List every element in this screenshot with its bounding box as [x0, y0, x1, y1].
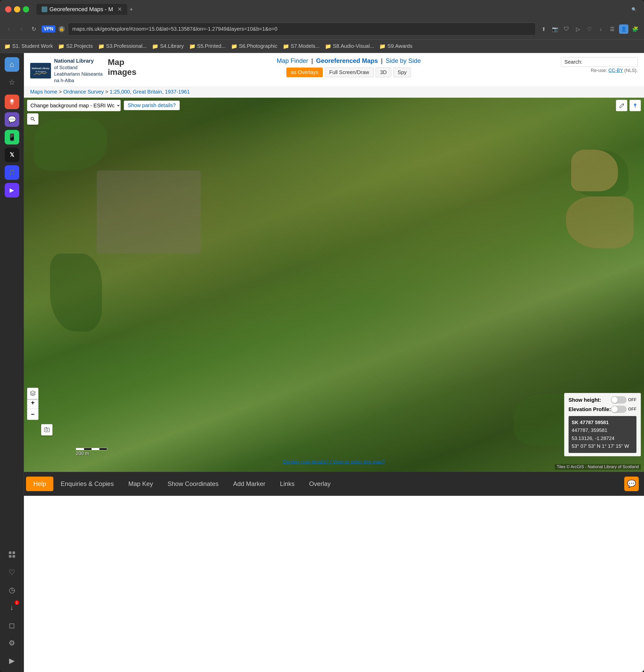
bookmark-label: S2.Projects — [66, 43, 93, 49]
sidebar-heart-icon[interactable]: ♡ — [5, 565, 19, 579]
play-icon[interactable]: ▷ — [573, 24, 583, 34]
zoom-search-button[interactable] — [27, 113, 38, 125]
map-key-button[interactable]: Map Key — [121, 477, 160, 491]
show-coordinates-button[interactable]: Show Coordinates — [160, 477, 226, 491]
tab-close-icon[interactable]: ✕ — [117, 6, 122, 13]
as-overlays-button[interactable]: as Overlays — [286, 68, 323, 77]
toggle-knob — [611, 397, 618, 403]
bookmark-s9[interactable]: 📁 S9.Awards — [379, 43, 412, 49]
browser-search-icon[interactable]: 🔍 — [630, 5, 639, 14]
close-button[interactable] — [5, 6, 11, 12]
maps-home-link[interactable]: Maps home — [30, 89, 58, 95]
camera-icon[interactable]: 📷 — [550, 24, 560, 34]
cc-by-link[interactable]: CC-BY — [608, 68, 623, 73]
forward-button[interactable]: › — [17, 24, 26, 34]
sidebar-whatsapp-icon[interactable]: 📱 — [5, 130, 19, 144]
display-map-details-link[interactable]: Display map details? / View or order thi… — [283, 459, 385, 465]
folder-icon: 📁 — [325, 43, 331, 49]
bookmark-s5[interactable]: 📁 S5.Printed... — [189, 43, 226, 49]
parish-details-button[interactable]: Show parish details? — [124, 100, 180, 110]
chat-button[interactable]: 💬 — [624, 477, 639, 491]
sidebar-cube-icon[interactable]: ◻ — [5, 618, 19, 633]
links-button[interactable]: Links — [272, 477, 302, 491]
ordnance-survey-link[interactable]: Ordnance Survey — [63, 89, 104, 95]
search-map-button[interactable] — [27, 113, 38, 125]
info-panel: Show height: OFF Elevation Profile: — [564, 393, 641, 456]
show-height-toggle-area: OFF — [611, 396, 636, 404]
sidebar-messenger-icon[interactable]: 💬 — [5, 112, 19, 127]
sidebar-code-icon[interactable]: ▶ — [5, 183, 19, 197]
security-icon: 🔒 — [59, 26, 65, 32]
overlay-button[interactable]: Overlay — [302, 477, 338, 491]
scale-label: 200 m — [76, 451, 89, 456]
search-box[interactable]: Search: — [561, 57, 638, 67]
georeferenced-link[interactable]: Georeferenced Maps — [316, 57, 378, 64]
elevation-toggle[interactable] — [611, 406, 627, 413]
help-button[interactable]: Help — [26, 477, 53, 491]
profile-icon[interactable]: 👤 — [619, 24, 629, 34]
svg-point-9 — [634, 104, 636, 106]
download-nav-icon[interactable]: ↓ — [596, 24, 606, 34]
minimize-button[interactable] — [14, 6, 20, 12]
side-by-side-link[interactable]: Side by Side — [386, 57, 421, 64]
enquiries-button[interactable]: Enquiries & Copies — [53, 477, 121, 491]
chat-btn-area: 💬 — [624, 477, 642, 491]
fullscreen-button[interactable] — [23, 6, 29, 12]
sidebar-apps-grid-icon[interactable] — [5, 547, 19, 562]
new-tab-button[interactable]: + — [127, 5, 136, 13]
extensions-icon[interactable]: 🧩 — [631, 24, 640, 34]
folder-icon: 📁 — [283, 43, 289, 49]
bookmark-s8[interactable]: 📁 S8.Audio-Visual... — [325, 43, 374, 49]
bookmark-s7[interactable]: 📁 S7.Models... — [283, 43, 320, 49]
sidebar-bookmark-icon[interactable]: ☆ — [5, 75, 19, 89]
chat-icon: 💬 — [627, 479, 636, 488]
bookmark-s4[interactable]: 📁 S4.Library — [152, 43, 184, 49]
nav-links-area: Map Finder | Georeferenced Maps | Side b… — [136, 57, 561, 77]
scale-bar — [76, 448, 107, 450]
map-attribution: Tiles © ArcGIS - National Library of Sco… — [555, 464, 641, 470]
screenshot-button[interactable] — [41, 424, 52, 435]
reuse-text: Re-use: CC-BY (NLS). — [591, 68, 638, 73]
pencil-icon — [619, 103, 624, 108]
sidebar-music-icon[interactable]: 🎵 — [5, 165, 19, 180]
layers-button[interactable] — [27, 388, 38, 399]
sidebar-history-icon[interactable]: ◷ — [5, 583, 19, 597]
address-bar[interactable]: maps.nls.uk/geo/explore/#zoom=15.0&lat=5… — [68, 23, 536, 36]
sidebar-twitter-icon[interactable]: 𝕏 — [5, 148, 19, 162]
svg-text:of Scotland: of Scotland — [35, 70, 46, 73]
reload-button[interactable]: ↻ — [29, 24, 38, 34]
map-finder-link[interactable]: Map Finder — [277, 57, 308, 64]
sidebar-settings-icon[interactable]: ⚙ — [5, 636, 19, 650]
share-icon[interactable]: ⬆ — [539, 24, 548, 34]
elevation-toggle-area: OFF — [611, 406, 636, 413]
3d-button[interactable]: 3D — [376, 68, 391, 77]
profile-avatar: 👤 — [621, 26, 627, 32]
breadcrumb: Maps home > Ordnance Survey > 1:25,000, … — [24, 86, 644, 98]
bookmark-s2[interactable]: 📁 S2.Projects — [58, 43, 93, 49]
map-container[interactable]: Change background map - ESRI World Image… — [24, 98, 644, 472]
sidebar-more-icon[interactable]: ▶ — [5, 653, 19, 668]
heart-nav-icon[interactable]: ♡ — [585, 24, 594, 34]
elevation-knob — [611, 406, 618, 412]
pencil-icon-btn[interactable] — [616, 100, 627, 111]
map-series-link[interactable]: 1:25,000, Great Britain, 1937-1961 — [110, 89, 190, 95]
add-marker-button[interactable]: Add Marker — [226, 477, 272, 491]
back-button[interactable]: ‹ — [4, 24, 13, 34]
shield-icon[interactable]: 🛡 — [562, 24, 571, 34]
bookmark-s1[interactable]: 📁 S1. Student Work — [4, 43, 53, 49]
svg-rect-3 — [9, 555, 11, 558]
sidebar-maps-app-icon[interactable] — [5, 95, 19, 109]
search-input[interactable] — [585, 58, 637, 67]
full-screen-button[interactable]: Full Screen/Draw — [325, 68, 374, 77]
show-height-toggle[interactable] — [611, 396, 627, 404]
zoom-out-button[interactable]: − — [27, 408, 38, 420]
nls-logo: National Library of Scotland National Li… — [30, 57, 103, 84]
spy-button[interactable]: Spy — [393, 68, 411, 77]
bookmark-s3[interactable]: 📁 S3.Professional... — [98, 43, 147, 49]
active-tab[interactable]: Georeferenced Maps - M ✕ — [36, 4, 127, 15]
pin-icon-btn[interactable] — [630, 100, 641, 111]
bookmark-s6[interactable]: 📁 S6.Photographic — [231, 43, 278, 49]
reader-icon[interactable]: ☰ — [608, 24, 617, 34]
sidebar-home-icon[interactable]: ⌂ — [5, 57, 19, 72]
background-map-select[interactable]: Change background map - ESRI World Image… — [27, 100, 121, 111]
